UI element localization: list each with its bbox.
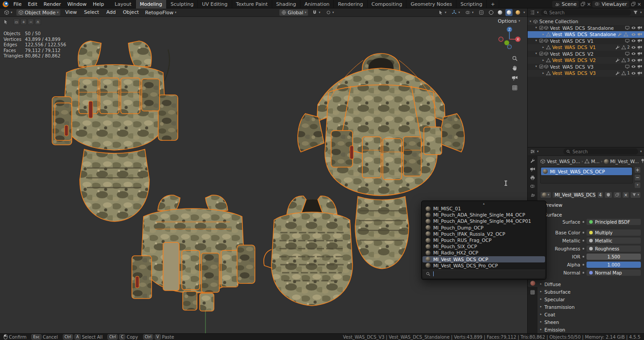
expand-icon[interactable]: ▾ (533, 39, 539, 42)
mode-dropdown[interactable]: Object Mode▾ (16, 9, 61, 16)
material-slot-list[interactable]: MI_Vest_WAS_DCS_OCP (540, 167, 633, 184)
collection-row[interactable]: ▾ Vest_WAS_DCS_Standalone (528, 25, 644, 32)
eye-icon[interactable] (631, 58, 636, 63)
browse-material-button[interactable]: ▾ (540, 192, 551, 198)
alpha-slider[interactable]: 1.000 (587, 262, 641, 268)
shading-material-button[interactable] (505, 9, 513, 16)
panel-preview[interactable]: ▾Preview (540, 201, 641, 208)
add-workspace-button[interactable]: + (487, 0, 499, 8)
properties-search-input[interactable]: Search (563, 148, 638, 155)
base-color-input[interactable]: Multiply (587, 229, 641, 236)
expand-icon[interactable]: ▸ (541, 59, 546, 62)
panel-transmission[interactable]: ▸Transmission (540, 303, 641, 311)
collection-row[interactable]: ▾ Vest_WAS_DCS_V1 (528, 38, 644, 45)
eye-icon[interactable] (631, 32, 636, 37)
panel-surface[interactable]: ▾Surface (540, 211, 641, 218)
metallic-input[interactable]: Metallic (587, 238, 641, 244)
editor-type-chevron[interactable]: ▾ (537, 150, 539, 153)
screen-icon[interactable] (625, 25, 630, 30)
filter-icon[interactable] (633, 10, 638, 15)
proportional-editing-toggle[interactable]: ▾ (324, 9, 336, 16)
object-name[interactable]: Vest_WAS_DCS_V2 (552, 57, 596, 63)
object-row[interactable]: ▸ Vest_WAS_DCS_V3 1 (528, 70, 644, 77)
material-item[interactable]: MI_MISC_01 (422, 205, 545, 212)
tab-scene[interactable] (528, 191, 537, 198)
breadcrumb-material[interactable]: MI_Vest_W... (610, 159, 639, 164)
shading-solid-button[interactable] (496, 9, 504, 16)
properties-editor-icon[interactable] (530, 149, 535, 154)
overlays-dropdown[interactable]: ▾ (464, 9, 476, 16)
select-intersect-icon[interactable]: ∩ (35, 19, 41, 25)
camera-icon[interactable] (637, 51, 642, 56)
outliner-editor-icon[interactable] (530, 10, 535, 15)
tab-rendering[interactable]: Rendering (334, 0, 367, 8)
ior-slider[interactable]: 1.500 (587, 254, 641, 260)
tab-animation[interactable]: Animation (300, 0, 334, 8)
tab-sculpting[interactable]: Sculpting (167, 0, 198, 8)
menu-view[interactable]: View (62, 8, 79, 16)
viewport-canvas[interactable]: ▭ + − ∩ Options▾ Objects50 / 50 Vertices… (0, 17, 527, 333)
tab-uv-editing[interactable]: UV Editing (198, 0, 232, 8)
modifier-wrench-icon[interactable] (615, 58, 620, 63)
menu-select[interactable]: Select (81, 8, 102, 16)
material-item[interactable]: MI_Pouch_RUS_Frag_OCP (422, 237, 545, 243)
eye-icon[interactable] (631, 71, 636, 76)
material-name-field[interactable]: MI_Vest_WAS_DCS_OCP (552, 192, 596, 198)
tab-compositing[interactable]: Compositing (368, 0, 407, 8)
viewlayer-selector[interactable]: ViewLayer (592, 1, 629, 8)
tab-layout[interactable]: Layout (111, 0, 135, 8)
collection-name[interactable]: Vest_WAS_DCS_V1 (550, 38, 594, 44)
retopoflow-dropdown[interactable]: RetopoFlow▾ (144, 9, 178, 16)
new-material-button[interactable] (613, 192, 621, 198)
new-scene-icon[interactable] (580, 1, 586, 7)
expand-icon[interactable]: ▸ (541, 46, 546, 49)
ortho-grid-icon[interactable] (512, 85, 518, 91)
material-item[interactable]: MI_Pouch_Dump_OCP (422, 225, 545, 231)
menu-object[interactable]: Object (120, 8, 142, 16)
shading-wireframe-button[interactable] (488, 9, 495, 16)
fake-user-button[interactable] (604, 192, 612, 198)
expand-icon[interactable]: ▸ (541, 72, 546, 75)
collection-name[interactable]: Vest_WAS_DCS_V2 (550, 51, 594, 57)
panel-specular[interactable]: ▸Specular (540, 295, 641, 303)
xray-toggle[interactable] (477, 9, 486, 16)
select-subtract-icon[interactable]: − (28, 19, 34, 25)
normal-input[interactable]: Normal Map (587, 270, 641, 276)
menu-render[interactable]: Render (41, 0, 64, 8)
options-dropdown[interactable]: Options▾ (498, 18, 520, 24)
surface-shader-dropdown[interactable]: Principled BSDF (587, 219, 641, 225)
panel-coat[interactable]: ▸Coat (540, 311, 641, 318)
eye-icon[interactable] (631, 25, 636, 30)
zoom-icon[interactable] (512, 55, 518, 61)
object-row[interactable]: ▸ Vest_WAS_DCS_V1 2 (528, 44, 644, 51)
selectability-dropdown[interactable]: ▾ (436, 9, 448, 16)
camera-icon[interactable] (637, 71, 642, 76)
exclude-checkbox-icon[interactable] (539, 38, 544, 43)
menu-help[interactable]: Help (90, 0, 107, 8)
eye-icon[interactable] (631, 51, 636, 56)
exclude-checkbox-icon[interactable] (539, 64, 544, 69)
camera-icon[interactable] (637, 25, 642, 30)
modifier-wrench-icon[interactable] (617, 32, 622, 37)
tab-scripting[interactable]: Scripting (456, 0, 487, 8)
tab-geometry-nodes[interactable]: Geometry Nodes (406, 0, 456, 8)
scroll-up-icon[interactable]: ▴ (422, 201, 545, 205)
tab-texture-paint[interactable]: Texture Paint (232, 0, 272, 8)
collection-row[interactable]: ▾ Vest_WAS_DCS_V2 (528, 51, 644, 57)
tab-tool[interactable] (528, 157, 537, 164)
breadcrumb-data[interactable]: M... (591, 159, 599, 164)
exclude-checkbox-icon[interactable] (539, 25, 544, 30)
eye-icon[interactable] (631, 38, 636, 43)
select-extend-icon[interactable]: + (21, 19, 27, 25)
object-name[interactable]: Vest_WAS_DCS_V3 (552, 70, 596, 76)
camera-icon[interactable] (637, 64, 642, 69)
pan-hand-icon[interactable] (512, 65, 518, 71)
new-viewlayer-icon[interactable] (631, 1, 636, 7)
object-row[interactable]: ▸ Vest_WAS_DCS_Standalone (528, 31, 644, 38)
object-name[interactable]: Vest_WAS_DCS_V1 (552, 45, 596, 50)
camera-icon[interactable] (637, 45, 642, 50)
panel-subsurface[interactable]: ▸Subsurface (540, 288, 641, 295)
remove-slot-button[interactable]: − (634, 174, 641, 181)
unlink-material-button[interactable]: × (622, 192, 629, 198)
tab-modeling[interactable]: Modeling (136, 0, 167, 8)
